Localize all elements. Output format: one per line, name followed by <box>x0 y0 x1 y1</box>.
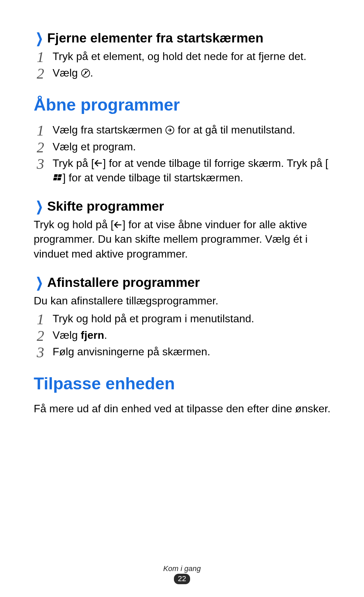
chevron-icon: ❯ <box>36 275 43 290</box>
uninstall-step-2: Vælg fjern. <box>34 328 332 342</box>
document-page: ❯ Fjerne elementer fra startskærmen Tryk… <box>0 0 364 416</box>
svg-rect-7 <box>53 178 57 180</box>
subheading-remove-elements: ❯ Fjerne elementer fra startskærmen <box>34 30 332 46</box>
windows-icon <box>53 174 63 182</box>
subheading-switch-programs: ❯ Skifte programmer <box>34 199 332 214</box>
uninstall-steps-list: Tryk og hold på et program i menutilstan… <box>34 311 332 359</box>
open-step-1: Vælg fra startskærmen for at gå til menu… <box>34 123 332 137</box>
unpin-icon <box>81 68 90 78</box>
remove-step-1: Tryk på et element, og hold det nede for… <box>34 49 332 64</box>
arrow-right-circle-icon <box>165 125 175 135</box>
chevron-icon: ❯ <box>36 199 43 214</box>
svg-rect-5 <box>54 174 58 177</box>
subheading-uninstall-programs: ❯ Afinstallere programmer <box>34 275 332 290</box>
remove-step-2: Vælg . <box>34 66 332 80</box>
subheading-text: Afinstallere programmer <box>47 275 200 290</box>
back-arrow-icon <box>114 221 122 229</box>
subheading-text: Fjerne elementer fra startskærmen <box>47 31 264 46</box>
footer-section-label: Kom i gang <box>0 564 364 573</box>
heading-customise-device: Tilpasse enheden <box>34 374 332 393</box>
open-steps-list: Vælg fra startskærmen for at gå til menu… <box>34 123 332 185</box>
uninstall-intro: Du kan afinstallere tillægsprogrammer. <box>34 294 332 308</box>
uninstall-step-1: Tryk og hold på et program i menutilstan… <box>34 311 332 326</box>
open-step-3: Tryk på [ ] for at vende tilbage til for… <box>34 156 332 185</box>
heading-open-programs: Åbne programmer <box>34 95 332 115</box>
page-number-badge: 22 <box>174 574 190 584</box>
page-footer: Kom i gang 22 <box>0 564 364 584</box>
chevron-icon: ❯ <box>36 30 43 46</box>
switch-body: Tryk og hold på [ ] for at vise åbne vin… <box>34 217 332 261</box>
back-arrow-icon <box>94 159 103 167</box>
svg-rect-8 <box>57 178 61 180</box>
customise-body: Få mere ud af din enhed ved at tilpasse … <box>34 401 332 416</box>
remove-steps-list: Tryk på et element, og hold det nede for… <box>34 49 332 80</box>
subheading-text: Skifte programmer <box>47 199 164 214</box>
svg-rect-6 <box>58 174 62 177</box>
uninstall-step-3: Følg anvisningerne på skærmen. <box>34 345 332 359</box>
open-step-2: Vælg et program. <box>34 140 332 154</box>
